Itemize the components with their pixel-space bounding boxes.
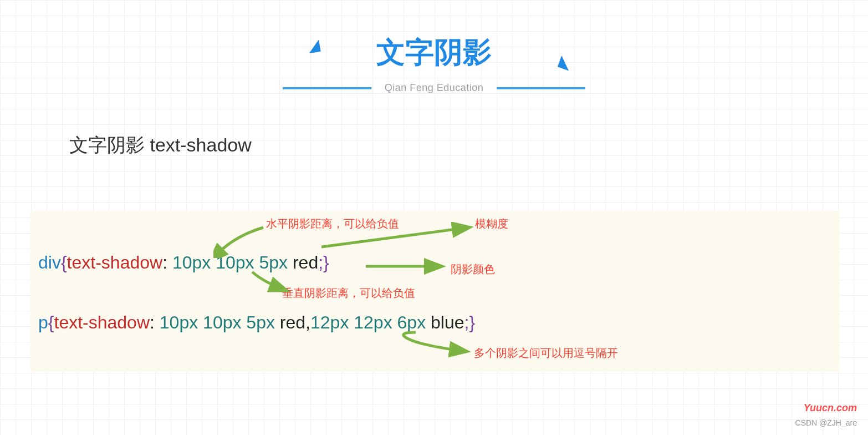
- value-3: 5px: [246, 312, 275, 332]
- divider-right: [497, 87, 585, 89]
- value-1: 10px: [172, 252, 211, 272]
- comma: ,: [305, 312, 310, 332]
- arrow-icon: [213, 225, 269, 258]
- header: ◢ 文字阴影 ◣ Qian Feng Education: [0, 0, 868, 94]
- decoration-left-icon: ◢: [306, 35, 321, 55]
- arrow-icon: [319, 222, 474, 250]
- annotation-vertical: 垂直阴影距离，可以给负值: [282, 286, 415, 301]
- divider-left: [283, 87, 371, 89]
- selector: div: [38, 252, 61, 272]
- subtitle-row: Qian Feng Education: [0, 82, 868, 94]
- value-7: 6px: [397, 312, 426, 332]
- annotation-multiple: 多个阴影之间可以用逗号隔开: [474, 346, 618, 361]
- watermark-author: CSDN @ZJH_are: [795, 418, 857, 427]
- value-6: 12px: [354, 312, 392, 332]
- arrow-icon: [363, 258, 446, 275]
- brace-close: ;}: [464, 312, 476, 332]
- brace-open: {: [61, 252, 67, 272]
- value-1: 10px: [160, 312, 198, 332]
- arrow-icon: [399, 330, 471, 358]
- page-title: 文字阴影: [376, 33, 492, 72]
- colon: :: [150, 312, 160, 332]
- annotation-blur: 模糊度: [475, 216, 508, 231]
- value-2: 10px: [203, 312, 241, 332]
- property: text-shadow: [54, 312, 150, 332]
- brace-close: ;}: [318, 252, 329, 272]
- code-panel: div{text-shadow: 10px 10px 5px red;} p{t…: [30, 211, 840, 372]
- property: text-shadow: [67, 252, 163, 272]
- value-5: 12px: [310, 312, 349, 332]
- value-4: red: [293, 252, 318, 272]
- code-line-1: div{text-shadow: 10px 10px 5px red;}: [38, 252, 329, 273]
- section-title: 文字阴影 text-shadow: [69, 133, 868, 158]
- selector: p: [38, 312, 48, 332]
- watermark-site: Yuucn.com: [804, 402, 857, 414]
- value-8: blue: [431, 312, 464, 332]
- arrow-icon: [247, 271, 291, 296]
- subtitle: Qian Feng Education: [385, 82, 484, 94]
- brace-open: {: [48, 312, 54, 332]
- decoration-right-icon: ◣: [557, 51, 575, 73]
- colon: :: [162, 252, 172, 272]
- value-4: red: [280, 312, 305, 332]
- annotation-color: 阴影颜色: [451, 262, 495, 277]
